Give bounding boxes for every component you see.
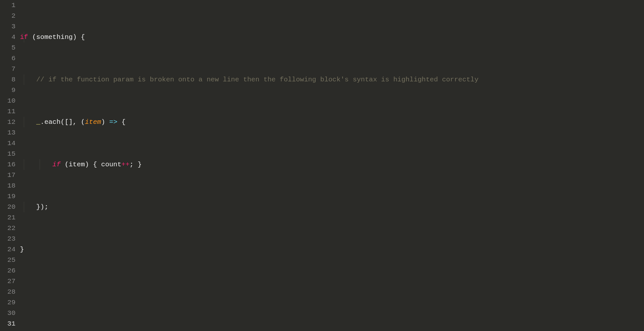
close-callback: }); [36,203,48,211]
line-number: 21 [0,212,15,223]
method-each: each [44,118,61,126]
line-number: 14 [0,138,15,149]
line-number: 30 [0,308,15,318]
close-brace: } [20,246,24,253]
line-number-gutter: 1234567891011121314151617181920212223242… [0,0,20,331]
line-number: 13 [0,127,15,138]
code-line-empty[interactable] [20,287,644,297]
line-number: 7 [0,64,15,74]
line-number: 19 [0,191,15,202]
line-number: 6 [0,53,15,64]
code-line[interactable]: _.each([], (item) => { [20,117,644,127]
line-number: 16 [0,159,15,170]
line-number: 4 [0,32,15,42]
code-line[interactable]: }); [20,202,644,212]
line-number: 24 [0,244,15,255]
line-number: 25 [0,255,15,265]
arrow-token: => [109,118,117,126]
line-number: 11 [0,106,15,117]
code-line[interactable]: } [20,244,644,255]
code-line[interactable]: if (item) { count++; } [20,159,644,170]
underscore-lib: _ [36,118,40,126]
code-area[interactable]: if (something) { // if the function para… [20,0,644,331]
comment: // if the function param is broken onto … [36,76,478,83]
condition: (something) [32,33,77,41]
line-number: 8 [0,74,15,85]
line-number: 10 [0,96,15,106]
line-number: 12 [0,117,15,127]
line-number: 17 [0,170,15,180]
line-number: 29 [0,297,15,308]
line-number: 28 [0,287,15,297]
line-number: 27 [0,276,15,287]
line-number: 26 [0,265,15,276]
code-line[interactable]: if (something) { [20,32,644,42]
line-number: 1 [0,0,15,11]
line-number: 23 [0,234,15,244]
line-number: 22 [0,223,15,234]
code-editor[interactable]: 1234567891011121314151617181920212223242… [0,0,644,331]
line-number: 31 [0,318,15,329]
line-number: 5 [0,42,15,53]
line-number: 15 [0,149,15,159]
param-item: item [85,118,101,126]
operator-inc: ++ [121,161,129,168]
code-line[interactable]: // if the function param is broken onto … [20,74,644,85]
code-line[interactable]: // here to demontrate that syntax highli… [20,329,644,331]
line-number: 9 [0,85,15,96]
line-number: 18 [0,180,15,191]
keyword-if: if [52,161,61,168]
line-number: 3 [0,21,15,32]
line-number: 20 [0,202,15,212]
line-number: 2 [0,11,15,21]
